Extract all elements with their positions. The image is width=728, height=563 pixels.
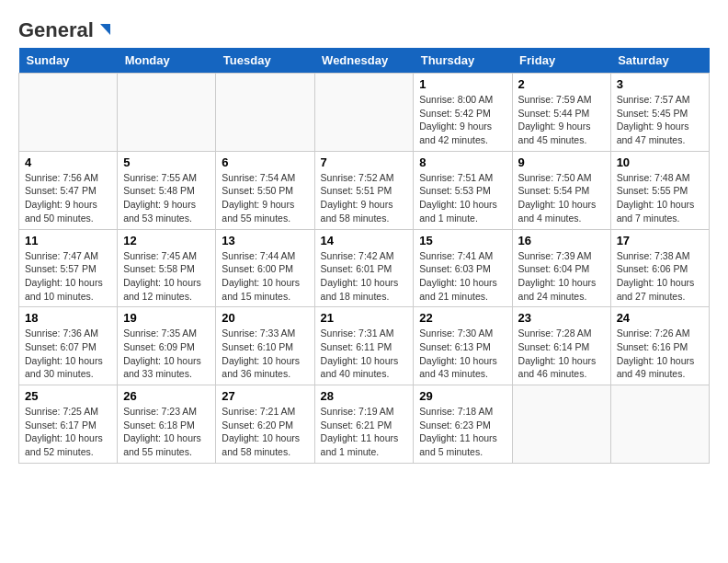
weekday-header-saturday: Saturday (610, 48, 709, 74)
day-info: Sunrise: 7:50 AM Sunset: 5:54 PM Dayligh… (518, 171, 605, 225)
calendar-cell: 3Sunrise: 7:57 AM Sunset: 5:45 PM Daylig… (610, 74, 709, 152)
calendar-cell: 11Sunrise: 7:47 AM Sunset: 5:57 PM Dayli… (19, 229, 118, 307)
day-number: 28 (321, 389, 408, 403)
day-number: 17 (617, 234, 703, 247)
calendar-cell: 7Sunrise: 7:52 AM Sunset: 5:51 PM Daylig… (314, 151, 414, 229)
calendar-cell: 20Sunrise: 7:33 AM Sunset: 6:10 PM Dayli… (216, 307, 314, 385)
weekday-header-wednesday: Wednesday (314, 48, 414, 74)
calendar-cell: 17Sunrise: 7:38 AM Sunset: 6:06 PM Dayli… (610, 229, 709, 307)
day-info: Sunrise: 7:57 AM Sunset: 5:45 PM Dayligh… (617, 93, 703, 147)
day-info: Sunrise: 7:30 AM Sunset: 6:13 PM Dayligh… (419, 327, 506, 381)
day-info: Sunrise: 7:41 AM Sunset: 6:03 PM Dayligh… (419, 249, 506, 304)
day-number: 7 (321, 155, 408, 169)
calendar-week-row: 25Sunrise: 7:25 AM Sunset: 6:17 PM Dayli… (19, 385, 710, 464)
day-number: 26 (123, 389, 210, 403)
calendar-cell: 29Sunrise: 7:18 AM Sunset: 6:23 PM Dayli… (414, 385, 512, 464)
day-number: 21 (321, 311, 408, 325)
calendar-cell: 8Sunrise: 7:51 AM Sunset: 5:53 PM Daylig… (414, 151, 512, 229)
calendar-cell (19, 74, 118, 152)
calendar-cell: 19Sunrise: 7:35 AM Sunset: 6:09 PM Dayli… (118, 307, 216, 385)
calendar-cell: 15Sunrise: 7:41 AM Sunset: 6:03 PM Dayli… (414, 229, 512, 307)
calendar-cell: 2Sunrise: 7:59 AM Sunset: 5:44 PM Daylig… (512, 74, 610, 152)
day-info: Sunrise: 7:39 AM Sunset: 6:04 PM Dayligh… (518, 249, 605, 304)
weekday-header-friday: Friday (512, 48, 610, 74)
calendar-cell: 24Sunrise: 7:26 AM Sunset: 6:16 PM Dayli… (610, 307, 709, 385)
svg-marker-0 (100, 24, 110, 35)
day-info: Sunrise: 7:21 AM Sunset: 6:20 PM Dayligh… (222, 405, 308, 459)
day-number: 19 (123, 311, 210, 325)
day-info: Sunrise: 7:18 AM Sunset: 6:23 PM Dayligh… (419, 405, 506, 459)
calendar-cell: 21Sunrise: 7:31 AM Sunset: 6:11 PM Dayli… (314, 307, 414, 385)
day-number: 4 (25, 155, 111, 169)
weekday-header-thursday: Thursday (414, 48, 512, 74)
day-info: Sunrise: 7:48 AM Sunset: 5:55 PM Dayligh… (617, 171, 703, 225)
weekday-header-sunday: Sunday (19, 48, 118, 74)
day-number: 3 (617, 77, 703, 91)
day-info: Sunrise: 7:25 AM Sunset: 6:17 PM Dayligh… (25, 405, 111, 459)
day-number: 18 (25, 311, 111, 325)
calendar-cell: 14Sunrise: 7:42 AM Sunset: 6:01 PM Dayli… (314, 229, 414, 307)
calendar-cell: 9Sunrise: 7:50 AM Sunset: 5:54 PM Daylig… (512, 151, 610, 229)
day-number: 12 (123, 234, 210, 247)
day-number: 2 (518, 77, 605, 91)
day-number: 8 (419, 155, 506, 169)
weekday-header-monday: Monday (118, 48, 216, 74)
calendar-week-row: 1Sunrise: 8:00 AM Sunset: 5:42 PM Daylig… (19, 74, 710, 152)
header: General (18, 18, 710, 39)
calendar-cell (216, 74, 314, 152)
logo-general: General (18, 18, 94, 42)
day-number: 22 (419, 311, 506, 325)
calendar-cell: 22Sunrise: 7:30 AM Sunset: 6:13 PM Dayli… (414, 307, 512, 385)
day-info: Sunrise: 7:47 AM Sunset: 5:57 PM Dayligh… (25, 249, 111, 304)
calendar-cell: 28Sunrise: 7:19 AM Sunset: 6:21 PM Dayli… (314, 385, 414, 464)
calendar-cell: 12Sunrise: 7:45 AM Sunset: 5:58 PM Dayli… (118, 229, 216, 307)
calendar-cell: 27Sunrise: 7:21 AM Sunset: 6:20 PM Dayli… (216, 385, 314, 464)
day-number: 16 (518, 234, 605, 247)
day-info: Sunrise: 7:38 AM Sunset: 6:06 PM Dayligh… (617, 249, 703, 304)
calendar-cell: 13Sunrise: 7:44 AM Sunset: 6:00 PM Dayli… (216, 229, 314, 307)
day-number: 15 (419, 234, 506, 247)
calendar-cell: 6Sunrise: 7:54 AM Sunset: 5:50 PM Daylig… (216, 151, 314, 229)
day-number: 9 (518, 155, 605, 169)
calendar-week-row: 18Sunrise: 7:36 AM Sunset: 6:07 PM Dayli… (19, 307, 710, 385)
day-info: Sunrise: 7:26 AM Sunset: 6:16 PM Dayligh… (617, 327, 703, 381)
day-info: Sunrise: 7:52 AM Sunset: 5:51 PM Dayligh… (321, 171, 408, 225)
day-number: 25 (25, 389, 111, 403)
day-info: Sunrise: 7:56 AM Sunset: 5:47 PM Dayligh… (25, 171, 111, 225)
day-number: 13 (222, 234, 308, 247)
calendar-cell (512, 385, 610, 464)
day-info: Sunrise: 7:19 AM Sunset: 6:21 PM Dayligh… (321, 405, 408, 459)
calendar-cell (314, 74, 414, 152)
day-number: 5 (123, 155, 210, 169)
calendar-cell: 25Sunrise: 7:25 AM Sunset: 6:17 PM Dayli… (19, 385, 118, 464)
day-info: Sunrise: 7:35 AM Sunset: 6:09 PM Dayligh… (123, 327, 210, 381)
calendar-table: SundayMondayTuesdayWednesdayThursdayFrid… (18, 48, 710, 464)
logo: General (18, 18, 114, 39)
day-info: Sunrise: 7:54 AM Sunset: 5:50 PM Dayligh… (222, 171, 308, 225)
day-number: 14 (321, 234, 408, 247)
day-info: Sunrise: 7:55 AM Sunset: 5:48 PM Dayligh… (123, 171, 210, 225)
calendar-header-row: SundayMondayTuesdayWednesdayThursdayFrid… (19, 48, 710, 74)
calendar-cell: 16Sunrise: 7:39 AM Sunset: 6:04 PM Dayli… (512, 229, 610, 307)
calendar-cell (610, 385, 709, 464)
day-info: Sunrise: 7:31 AM Sunset: 6:11 PM Dayligh… (321, 327, 408, 381)
day-number: 6 (222, 155, 308, 169)
day-info: Sunrise: 7:45 AM Sunset: 5:58 PM Dayligh… (123, 249, 210, 304)
day-number: 11 (25, 234, 111, 247)
calendar-cell: 18Sunrise: 7:36 AM Sunset: 6:07 PM Dayli… (19, 307, 118, 385)
day-info: Sunrise: 7:59 AM Sunset: 5:44 PM Dayligh… (518, 93, 605, 147)
calendar-cell (118, 74, 216, 152)
calendar-cell: 1Sunrise: 8:00 AM Sunset: 5:42 PM Daylig… (414, 74, 512, 152)
day-number: 10 (617, 155, 703, 169)
calendar-cell: 5Sunrise: 7:55 AM Sunset: 5:48 PM Daylig… (118, 151, 216, 229)
day-number: 24 (617, 311, 703, 325)
logo-icon (96, 22, 112, 39)
day-number: 27 (222, 389, 308, 403)
day-info: Sunrise: 7:23 AM Sunset: 6:18 PM Dayligh… (123, 405, 210, 459)
page-container: General SundayMondayTuesdayWednesdayThur… (18, 18, 710, 464)
day-info: Sunrise: 7:28 AM Sunset: 6:14 PM Dayligh… (518, 327, 605, 381)
day-info: Sunrise: 7:51 AM Sunset: 5:53 PM Dayligh… (419, 171, 506, 225)
calendar-cell: 4Sunrise: 7:56 AM Sunset: 5:47 PM Daylig… (19, 151, 118, 229)
day-number: 1 (419, 77, 506, 91)
calendar-cell: 26Sunrise: 7:23 AM Sunset: 6:18 PM Dayli… (118, 385, 216, 464)
